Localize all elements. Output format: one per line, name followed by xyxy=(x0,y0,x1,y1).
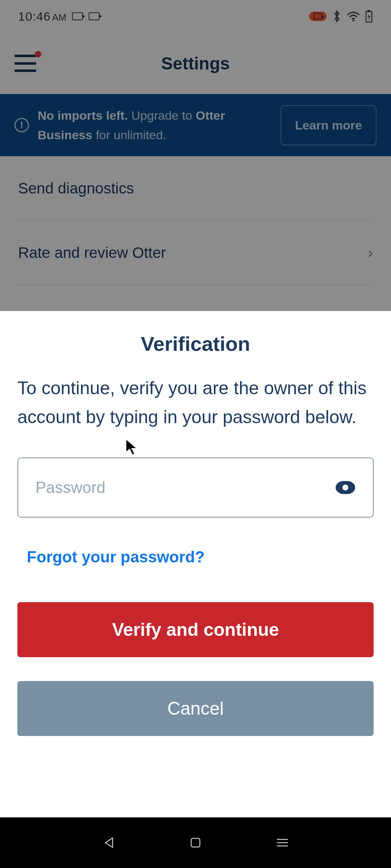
cursor-icon xyxy=(125,438,139,456)
nav-recent-button[interactable] xyxy=(275,835,290,850)
nav-back-button[interactable] xyxy=(101,835,116,850)
toggle-password-visibility-button[interactable] xyxy=(335,480,356,495)
verification-modal: Verification To continue, verify you are… xyxy=(0,311,391,817)
modal-backdrop[interactable] xyxy=(0,0,391,311)
eye-icon xyxy=(336,481,355,494)
modal-description: To continue, verify you are the owner of… xyxy=(17,374,374,431)
nav-home-button[interactable] xyxy=(188,835,203,850)
system-nav-bar xyxy=(0,817,391,868)
cancel-button[interactable]: Cancel xyxy=(17,681,374,736)
modal-actions: Verify and continue Cancel xyxy=(17,602,374,736)
password-field-wrapper xyxy=(17,458,374,518)
verify-continue-button[interactable]: Verify and continue xyxy=(17,602,374,657)
modal-title: Verification xyxy=(17,332,374,356)
forgot-password-link[interactable]: Forgot your password? xyxy=(27,548,205,566)
svg-rect-3 xyxy=(191,838,200,847)
password-input[interactable] xyxy=(35,478,335,497)
